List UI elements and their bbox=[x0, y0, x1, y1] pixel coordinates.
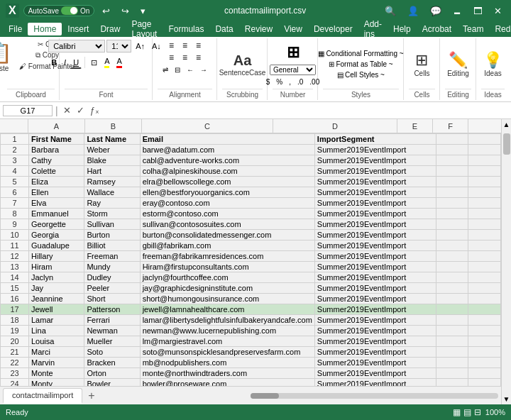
bold-button[interactable]: B bbox=[48, 57, 60, 68]
editing-icon: ✏️ bbox=[449, 51, 468, 70]
number-format-select[interactable]: General bbox=[270, 65, 316, 75]
ribbon-group-styles: ▦ Conditional Formatting ~ ⊞ Format as T… bbox=[319, 38, 404, 100]
sheet-tab-contactmailimport[interactable]: contactmailimport bbox=[3, 388, 82, 404]
col-header-a[interactable]: A bbox=[28, 119, 85, 133]
scroll-down-button[interactable]: ▼ bbox=[502, 394, 511, 404]
cell-f1[interactable] bbox=[468, 134, 501, 145]
redo-button[interactable]: ↪ bbox=[118, 6, 133, 16]
font-family-select[interactable]: Calibri bbox=[48, 40, 105, 52]
cell-styles-button[interactable]: ▤ Cell Styles ~ bbox=[335, 70, 387, 79]
align-mid-center-button[interactable]: ≡ bbox=[179, 52, 192, 63]
menu-home[interactable]: Home bbox=[28, 23, 62, 35]
more-quick-access[interactable]: ▾ bbox=[137, 6, 149, 16]
grid-scroll-area[interactable]: 1 First Name Last Name Email ImportSegme… bbox=[0, 133, 501, 386]
menu-draw[interactable]: Draw bbox=[94, 23, 126, 35]
ribbon-group-scrubbing: Aa SentenceCase Scrubbing bbox=[218, 38, 268, 100]
cell-e1[interactable] bbox=[436, 134, 468, 145]
menu-review[interactable]: Review bbox=[239, 23, 278, 35]
normal-view-button[interactable]: ▦ bbox=[453, 407, 461, 417]
autosave-toggle[interactable] bbox=[61, 6, 78, 15]
font-color-button[interactable]: A bbox=[114, 55, 124, 70]
align-mid-left-button[interactable]: ≡ bbox=[165, 52, 178, 63]
italic-button[interactable]: I bbox=[61, 57, 69, 68]
align-top-right-button[interactable]: ≡ bbox=[192, 40, 205, 51]
menu-file[interactable]: File bbox=[3, 23, 28, 35]
formula-input[interactable] bbox=[104, 106, 508, 116]
layout-view-button[interactable]: ▤ bbox=[463, 407, 471, 417]
search-button[interactable]: 🔍 bbox=[381, 6, 400, 16]
menu-data[interactable]: Data bbox=[209, 23, 238, 35]
underline-button[interactable]: U bbox=[70, 57, 82, 69]
number-label: Number bbox=[273, 89, 313, 99]
col-header-f[interactable]: F bbox=[433, 119, 468, 133]
col-header-d[interactable]: D bbox=[273, 119, 397, 133]
cell-b1[interactable]: Last Name bbox=[84, 134, 140, 145]
sentence-case-button[interactable]: Aa SentenceCase bbox=[216, 51, 269, 78]
close-button[interactable]: ✕ bbox=[490, 6, 505, 16]
menu-bar: File Home Insert Draw Page Layout Formul… bbox=[0, 21, 511, 37]
col-header-c[interactable]: C bbox=[142, 119, 273, 133]
border-button[interactable]: ⊡ bbox=[88, 57, 100, 69]
increase-font-button[interactable]: A↑ bbox=[133, 40, 148, 52]
cell-d[interactable]: Summer2019EventImport bbox=[314, 145, 436, 155]
table-row: 3CathyBlakecabl@adventure-works.comSumme… bbox=[1, 155, 501, 166]
cell-d1[interactable]: ImportSegment bbox=[314, 134, 436, 145]
menu-developer[interactable]: Developer bbox=[308, 23, 358, 35]
minimize-button[interactable]: 🗕 bbox=[449, 6, 466, 16]
paste-button[interactable]: 📋 Paste bbox=[0, 40, 15, 89]
currency-button[interactable]: $ bbox=[263, 77, 273, 87]
cell-a[interactable]: Barbara bbox=[29, 145, 84, 155]
menu-insert[interactable]: Insert bbox=[62, 23, 94, 35]
alignment-row2: ⇌ ⊟ ← → bbox=[160, 65, 210, 75]
menu-redirectio[interactable]: Redirectio... bbox=[489, 23, 511, 35]
menu-view[interactable]: View bbox=[278, 23, 308, 35]
fill-color-button[interactable]: A bbox=[101, 55, 112, 70]
alignment-label: Alignment bbox=[158, 89, 212, 99]
ideas-button[interactable]: 💡 Ideas bbox=[480, 50, 505, 79]
format-as-table-button[interactable]: ⊞ Format as Table ~ bbox=[326, 60, 395, 69]
add-sheet-button[interactable]: + bbox=[82, 387, 100, 405]
menu-help[interactable]: Help bbox=[388, 23, 417, 35]
maximize-button[interactable]: 🗖 bbox=[470, 6, 486, 16]
page-break-button[interactable]: ⊟ bbox=[474, 407, 481, 417]
decimal-increase-button[interactable]: .0 bbox=[295, 77, 306, 87]
indent-increase-button[interactable]: → bbox=[197, 65, 210, 75]
name-box[interactable] bbox=[3, 105, 53, 116]
menu-formulas[interactable]: Formulas bbox=[163, 23, 209, 35]
insert-function-button[interactable]: ƒₓ bbox=[88, 105, 101, 116]
comments-button[interactable]: 💬 bbox=[427, 6, 445, 16]
share-button[interactable]: 👤 bbox=[404, 6, 422, 16]
col-header-e[interactable]: E bbox=[397, 119, 433, 133]
align-mid-right-button[interactable]: ≡ bbox=[192, 52, 205, 63]
cell-a1[interactable]: First Name bbox=[29, 134, 84, 145]
align-top-center-button[interactable]: ≡ bbox=[179, 40, 192, 51]
vertical-scrollbar[interactable]: ▲ ▼ bbox=[501, 119, 511, 404]
number-format-button[interactable]: ⊞ bbox=[284, 42, 302, 63]
col-header-b[interactable]: B bbox=[85, 119, 142, 133]
menu-acrobat[interactable]: Acrobat bbox=[417, 23, 457, 35]
indent-decrease-button[interactable]: ← bbox=[184, 65, 197, 75]
font-size-select[interactable]: 11 bbox=[106, 40, 131, 52]
align-top-left-button[interactable]: ≡ bbox=[165, 40, 178, 51]
corner-cell[interactable] bbox=[0, 119, 28, 133]
conditional-formatting-button[interactable]: ▦ Conditional Formatting ~ bbox=[316, 49, 405, 58]
wrap-text-button[interactable]: ⇌ bbox=[160, 65, 171, 75]
comma-button[interactable]: , bbox=[286, 77, 294, 87]
cancel-formula-button[interactable]: ✕ bbox=[61, 105, 73, 116]
cells-button[interactable]: ⊞ Cells bbox=[412, 50, 432, 78]
ribbon-group-font: Calibri 11 A↑ A↓ B I U ⊡ bbox=[60, 38, 153, 100]
confirm-formula-button[interactable]: ✓ bbox=[75, 105, 87, 116]
bottom-bar: contactmailimport + bbox=[0, 386, 501, 404]
menu-team[interactable]: Team bbox=[457, 23, 489, 35]
undo-button[interactable]: ↩ bbox=[99, 6, 114, 16]
cell-c1[interactable]: Email bbox=[140, 134, 314, 145]
percent-button[interactable]: % bbox=[273, 77, 285, 87]
scroll-up-button[interactable]: ▲ bbox=[502, 119, 511, 130]
cell-b[interactable]: Weber bbox=[84, 145, 140, 155]
merge-center-button[interactable]: ⊟ bbox=[172, 65, 183, 75]
cell-c[interactable]: barwe@adatum.com bbox=[140, 145, 314, 155]
col-headers: A B C D E F bbox=[0, 119, 501, 133]
horizontal-scrollbar[interactable] bbox=[248, 393, 501, 399]
editing-button[interactable]: ✏️ Editing bbox=[445, 50, 471, 78]
autosave-badge[interactable]: AutoSave On bbox=[23, 5, 95, 16]
